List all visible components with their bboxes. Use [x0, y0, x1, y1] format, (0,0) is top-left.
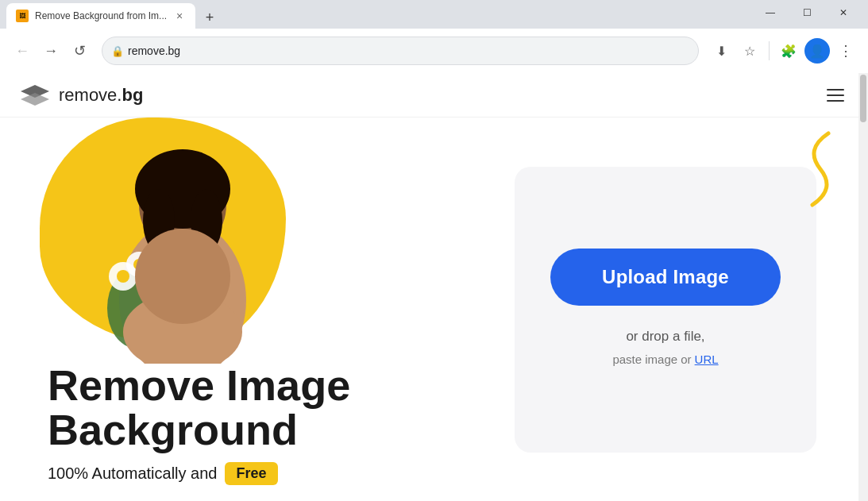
browser-chrome: 🖼 Remove Background from Im... × + — ☐ ✕…	[0, 0, 868, 73]
left-section: Remove Image Background 100% Automatical…	[0, 118, 471, 501]
svg-point-11	[117, 270, 129, 283]
hamburger-menu[interactable]	[822, 84, 849, 106]
nav-bar: ← → ↺ 🔒 ⬇ ☆ 🧩 👤 ⋮	[0, 29, 868, 73]
svg-point-15	[135, 229, 230, 324]
extensions-button[interactable]: 🧩	[776, 38, 801, 64]
address-input[interactable]	[102, 37, 699, 65]
logo-remove: remove	[59, 85, 117, 106]
yellow-squiggle-icon	[781, 125, 836, 213]
refresh-button[interactable]: ↺	[67, 38, 92, 64]
logo-icon	[19, 83, 51, 107]
hamburger-line-1	[827, 89, 844, 91]
maximize-button[interactable]: ☐	[789, 0, 825, 25]
free-badge: Free	[225, 462, 277, 485]
bookmark-button[interactable]: ☆	[737, 38, 762, 64]
drop-file-text: or drop a file, paste image or URL	[612, 325, 718, 371]
right-section: Upload Image or drop a file, paste image…	[471, 118, 868, 501]
hero-heading: Remove Image Background	[48, 363, 350, 453]
chrome-menu-button[interactable]: ⋮	[833, 38, 858, 64]
profile-button[interactable]: 👤	[804, 38, 830, 64]
hero-heading-line1: Remove Image	[48, 361, 350, 409]
main-area: Remove Image Background 100% Automatical…	[0, 118, 868, 501]
logo-text[interactable]: remove . bg	[59, 85, 143, 106]
tab-title: Remove Background from Im...	[35, 10, 167, 21]
active-tab[interactable]: 🖼 Remove Background from Im... ×	[6, 3, 195, 29]
tab-close-button[interactable]: ×	[173, 10, 186, 22]
address-bar-container: 🔒	[102, 37, 699, 65]
hero-subtext: 100% Automatically and	[48, 464, 217, 483]
hamburger-line-3	[827, 100, 844, 102]
hamburger-line-2	[827, 94, 844, 96]
nav-divider	[769, 41, 770, 60]
minimize-button[interactable]: —	[752, 0, 789, 25]
svg-marker-1	[21, 93, 49, 106]
address-lock-icon: 🔒	[111, 45, 124, 57]
logo-bg: bg	[122, 85, 143, 106]
paste-text: paste image or	[612, 349, 691, 370]
logo-area: remove . bg	[19, 83, 143, 107]
scrollbar[interactable]	[858, 73, 868, 501]
window-controls: — ☐ ✕	[752, 0, 862, 25]
download-icon-button[interactable]: ⬇	[708, 38, 734, 64]
new-tab-button[interactable]: +	[199, 6, 221, 29]
back-button[interactable]: ←	[10, 38, 35, 64]
hero-illustration	[48, 118, 318, 364]
tab-bar: 🖼 Remove Background from Im... × + — ☐ ✕	[0, 0, 868, 29]
scrollbar-thumb[interactable]	[860, 75, 866, 122]
page-content: remove . bg	[0, 73, 868, 501]
hero-text: Remove Image Background 100% Automatical…	[48, 363, 350, 485]
hero-heading-line2: Background	[48, 406, 298, 453]
site-header: remove . bg	[0, 73, 868, 118]
upload-image-button[interactable]: Upload Image	[550, 249, 781, 306]
paste-text-row: paste image or URL	[612, 349, 718, 370]
drop-text: or drop a file,	[612, 325, 718, 349]
close-window-button[interactable]: ✕	[825, 0, 862, 25]
upload-card: Upload Image or drop a file, paste image…	[515, 167, 816, 453]
url-link[interactable]: URL	[695, 349, 719, 370]
tab-favicon: 🖼	[16, 10, 29, 22]
person-svg	[64, 118, 302, 364]
hero-subtext-row: 100% Automatically and Free	[48, 462, 350, 485]
forward-button[interactable]: →	[38, 38, 64, 64]
